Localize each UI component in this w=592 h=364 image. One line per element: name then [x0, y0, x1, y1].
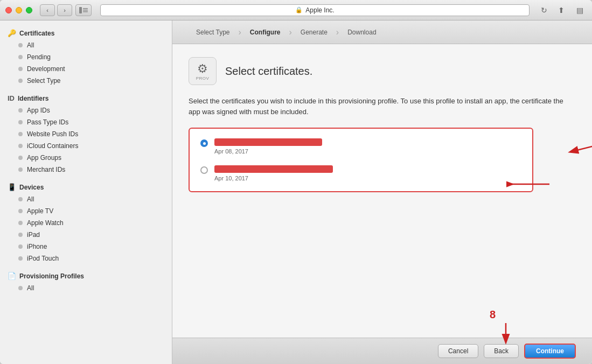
continue-button[interactable]: Continue — [524, 344, 576, 359]
dot-icon — [18, 221, 23, 225]
sidebar-item-appgroups[interactable]: App Groups — [0, 152, 172, 164]
sidebar-item-provisioning-all[interactable]: All — [0, 282, 172, 294]
sidebar-item-appletv[interactable]: Apple TV — [0, 205, 172, 217]
svg-rect-1 — [83, 8, 88, 9]
sidebar-item-devices-all[interactable]: All — [0, 193, 172, 205]
dot-icon — [18, 256, 23, 261]
certs-production-label: Select Type — [27, 77, 60, 85]
svg-line-5 — [570, 141, 592, 152]
cert-info-1: Apr 08, 2017 — [214, 138, 521, 155]
share-icon[interactable]: ⬆ — [554, 4, 568, 16]
step-arrow-3: › — [336, 27, 339, 37]
dot-icon — [18, 197, 23, 201]
cert-bar-2 — [214, 165, 333, 173]
dot-icon — [18, 43, 23, 47]
sidebar-item-websitepushids[interactable]: Website Push IDs — [0, 128, 172, 140]
cert-date-2: Apr 10, 2017 — [214, 175, 521, 181]
dot-icon — [18, 144, 23, 148]
certs-development-label: Development — [27, 65, 65, 73]
certificates-header-label: Certificates — [19, 30, 54, 37]
sidebar-item-certs-all[interactable]: All — [0, 39, 172, 51]
titlebar: ‹ › 🔒 Apple Inc. ↻ ⬆ ▤ — [0, 0, 592, 20]
applewatch-label: Apple Watch — [27, 219, 64, 227]
url-bar[interactable]: 🔒 Apple Inc. — [100, 4, 530, 16]
identifiers-header-label: Identifiers — [18, 95, 48, 102]
step-download: Download — [340, 29, 384, 36]
sidebar-icon[interactable]: ▤ — [573, 4, 587, 16]
ipodtouch-label: iPod Touch — [27, 255, 59, 262]
app-window: ‹ › 🔒 Apple Inc. ↻ ⬆ ▤ 🔑 Ce — [0, 0, 592, 364]
iphone-label: iPhone — [27, 243, 47, 250]
dot-icon — [18, 156, 23, 160]
passtypeids-label: Pass Type IDs — [27, 118, 68, 126]
sidebar-item-iphone[interactable]: iPhone — [0, 241, 172, 253]
forward-nav-button[interactable]: › — [57, 4, 72, 16]
cert-item-2[interactable]: Apr 10, 2017 — [195, 161, 527, 186]
back-nav-button[interactable]: ‹ — [40, 4, 55, 16]
traffic-lights — [5, 7, 32, 13]
appids-label: App IDs — [27, 107, 50, 114]
devices-header-label: Devices — [19, 184, 44, 191]
main-area: 🔑 Certificates All Pending Development S… — [0, 20, 592, 364]
steps-bar: Select Type › Configure › Generate › Dow… — [172, 20, 592, 44]
identifiers-section-header: ID Identifiers — [0, 91, 172, 104]
icloudcontainers-label: iCloud Containers — [27, 142, 78, 150]
dot-icon — [18, 244, 23, 249]
svg-rect-3 — [83, 11, 88, 12]
url-text: Apple Inc. — [305, 6, 334, 14]
sidebar-item-merchantids[interactable]: Merchant IDs — [0, 164, 172, 176]
refresh-button[interactable]: ↻ — [538, 4, 550, 16]
certificates-icon: 🔑 — [8, 29, 16, 37]
close-button[interactable] — [5, 7, 12, 13]
dot-icon — [18, 120, 23, 124]
maximize-button[interactable] — [26, 7, 32, 13]
sidebar-toggle-button[interactable] — [75, 4, 92, 16]
provisioning-icon: 📄 — [8, 272, 16, 280]
minimize-button[interactable] — [16, 7, 22, 13]
identifiers-icon: ID — [8, 94, 15, 102]
provisioning-section-header: 📄 Provisioning Profiles — [0, 269, 172, 282]
content-scroll: ⚙ PROV Select certificates. Select the c… — [172, 44, 592, 338]
sidebar-item-certs-pending[interactable]: Pending — [0, 51, 172, 63]
cert-radio-2[interactable] — [200, 166, 208, 174]
svg-rect-0 — [79, 7, 82, 13]
dot-icon — [18, 67, 23, 71]
appgroups-label: App Groups — [27, 154, 61, 162]
dot-icon — [18, 233, 23, 237]
certs-pending-label: Pending — [27, 53, 51, 61]
prov-icon-gear: ⚙ — [197, 62, 208, 76]
back-button[interactable]: Back — [484, 344, 519, 358]
annotation-7-arrow — [565, 136, 592, 168]
cancel-button[interactable]: Cancel — [438, 344, 478, 358]
cert-radio-1[interactable] — [200, 139, 208, 147]
sidebar-item-certs-development[interactable]: Development — [0, 63, 172, 75]
devices-all-label: All — [27, 195, 34, 203]
devices-section-header: 📱 Devices — [0, 180, 172, 193]
prov-label: PROV — [196, 76, 210, 81]
sidebar-item-icloudcontainers[interactable]: iCloud Containers — [0, 140, 172, 152]
cert-bar-1 — [214, 138, 322, 146]
nav-buttons: ‹ › — [40, 4, 72, 16]
sidebar-item-passtypeids[interactable]: Pass Type IDs — [0, 116, 172, 128]
description-text: Select the certificates you wish to incl… — [189, 96, 576, 117]
step-download-label: Download — [347, 29, 376, 36]
cert-list-box: Apr 08, 2017 Apr 10, 2017 — [189, 128, 533, 192]
dot-icon — [18, 132, 23, 136]
step-arrow-1: › — [238, 27, 241, 37]
devices-icon: 📱 — [8, 183, 16, 191]
merchantids-label: Merchant IDs — [27, 166, 65, 173]
provisioning-all-label: All — [27, 284, 34, 292]
dot-icon — [18, 79, 23, 83]
step-select-type-label: Select Type — [196, 29, 229, 36]
sidebar-item-certs-production[interactable]: Select Type — [0, 75, 172, 87]
sidebar-item-ipad[interactable]: iPad — [0, 229, 172, 241]
step-generate: Generate — [293, 29, 335, 36]
footer-bar: 8 Cancel Back Continue — [172, 338, 592, 364]
step-configure: Configure — [242, 29, 288, 36]
svg-rect-2 — [83, 10, 88, 11]
sidebar-item-ipodtouch[interactable]: iPod Touch — [0, 253, 172, 264]
sidebar-item-applewatch[interactable]: Apple Watch — [0, 217, 172, 229]
sidebar-item-appids[interactable]: App IDs — [0, 104, 172, 116]
prov-icon: ⚙ PROV — [189, 57, 217, 85]
cert-item-1[interactable]: Apr 08, 2017 — [195, 134, 527, 159]
